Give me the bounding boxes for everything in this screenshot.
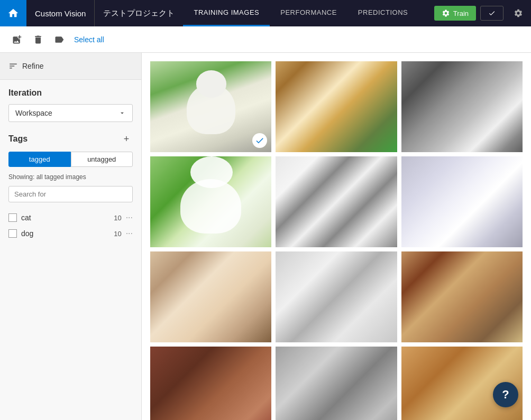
tag-item-cat: cat 10 ··· — [8, 210, 133, 226]
check-mark-icon — [255, 136, 264, 145]
tag-cat-count: 10 — [114, 214, 121, 222]
tag-dog-name: dog — [21, 229, 112, 238]
image-cell-4[interactable] — [150, 156, 271, 247]
image-cell-1[interactable] — [150, 61, 271, 152]
image-cell-7[interactable] — [150, 251, 271, 342]
refine-section: Refine — [0, 53, 141, 80]
tags-label: Tags — [8, 134, 28, 144]
image-cell-8[interactable] — [276, 251, 397, 342]
tag-dog-more[interactable]: ··· — [126, 229, 133, 238]
image-area — [142, 53, 531, 420]
tag-button[interactable] — [51, 31, 68, 48]
iteration-dropdown[interactable]: Workspace — [8, 104, 133, 122]
image-cell-10[interactable] — [150, 347, 271, 420]
tab-training-images[interactable]: TRAINING IMAGES — [183, 0, 270, 26]
delete-button[interactable] — [30, 31, 47, 48]
add-images-icon — [12, 34, 22, 45]
tag-cat-checkbox[interactable] — [8, 213, 17, 222]
image-cell-5[interactable] — [276, 156, 397, 247]
tag-item-dog: dog 10 ··· — [8, 226, 133, 241]
gear-icon — [442, 9, 450, 17]
image-cell-11[interactable] — [276, 347, 397, 420]
toolbar: Select all — [0, 26, 531, 53]
home-button[interactable] — [0, 0, 26, 26]
help-label: ? — [502, 388, 509, 402]
sidebar: Refine Iteration Workspace Tags + tagged… — [0, 53, 142, 420]
tag-cat-name: cat — [21, 213, 112, 222]
project-label: テストプロジェクト — [95, 0, 183, 26]
train-button[interactable]: Train — [434, 6, 476, 21]
search-wrap — [8, 186, 133, 202]
help-button[interactable]: ? — [493, 382, 518, 407]
settings-icon — [514, 8, 523, 18]
settings-button[interactable] — [508, 3, 529, 24]
chevron-down-icon — [118, 109, 126, 117]
tag-icon — [54, 34, 65, 45]
nav-tabs: TRAINING IMAGES PERFORMANCE PREDICTIONS — [183, 0, 418, 26]
top-nav: Custom Vision テストプロジェクト TRAINING IMAGES … — [0, 0, 531, 26]
home-icon — [7, 7, 19, 19]
quick-test-button[interactable] — [480, 6, 503, 21]
check-icon — [488, 10, 496, 17]
tags-header: Tags + — [8, 133, 133, 145]
iteration-value: Workspace — [15, 109, 52, 117]
showing-text: Showing: all tagged images — [8, 173, 133, 181]
tab-predictions[interactable]: PREDICTIONS — [347, 0, 418, 26]
image-cell-6[interactable] — [401, 156, 523, 247]
brand-label: Custom Vision — [26, 0, 95, 26]
main-layout: Refine Iteration Workspace Tags + tagged… — [0, 53, 531, 420]
untagged-filter-button[interactable]: untagged — [71, 152, 133, 167]
tab-performance[interactable]: PERFORMANCE — [270, 0, 347, 26]
train-label: Train — [453, 10, 469, 17]
tag-dog-checkbox[interactable] — [8, 229, 17, 238]
image-cell-2[interactable] — [276, 61, 397, 152]
image-grid — [150, 61, 523, 420]
tag-cat-more[interactable]: ··· — [126, 213, 133, 222]
image-cell-3[interactable] — [401, 61, 523, 152]
add-tag-button[interactable]: + — [120, 133, 133, 145]
delete-icon — [33, 34, 43, 45]
tag-dog-count: 10 — [114, 230, 121, 238]
tagged-filter-button[interactable]: tagged — [8, 152, 71, 167]
image-cell-9[interactable] — [401, 251, 523, 342]
filter-buttons: tagged untagged — [8, 152, 133, 167]
refine-icon — [8, 61, 18, 71]
search-input[interactable] — [8, 186, 133, 202]
sidebar-body: Iteration Workspace Tags + tagged untagg… — [0, 80, 141, 250]
iteration-label: Iteration — [8, 88, 133, 98]
add-images-button[interactable] — [8, 31, 25, 48]
refine-label: Refine — [22, 62, 43, 70]
select-all-button[interactable]: Select all — [74, 35, 104, 44]
